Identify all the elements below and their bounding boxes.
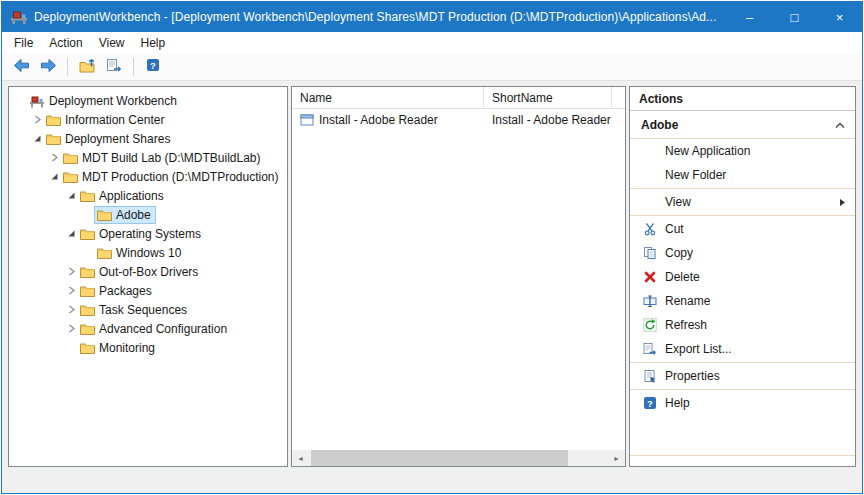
scroll-right-arrow-icon[interactable]: ► bbox=[608, 450, 625, 466]
export-list-icon bbox=[106, 58, 122, 77]
cut-icon bbox=[641, 222, 658, 236]
action-refresh[interactable]: Refresh bbox=[630, 313, 855, 337]
collapse-chevron-icon[interactable] bbox=[47, 172, 61, 181]
tree-node[interactable]: Packages bbox=[78, 283, 156, 299]
action-item-label: View bbox=[665, 195, 691, 209]
horizontal-scrollbar[interactable]: ◄ ► bbox=[292, 450, 625, 466]
tree-node[interactable]: MDT Production (D:\MDTProduction) bbox=[61, 169, 283, 185]
tree-node[interactable]: Applications bbox=[78, 188, 168, 204]
folder-icon bbox=[80, 285, 95, 297]
app-icon bbox=[10, 9, 28, 25]
collapse-chevron-icon[interactable] bbox=[64, 229, 78, 238]
tree-item-label: Operating Systems bbox=[99, 227, 201, 241]
actions-group-header[interactable]: Adobe bbox=[630, 111, 855, 139]
folder-icon bbox=[80, 342, 95, 354]
close-button[interactable]: × bbox=[817, 2, 862, 32]
tree-item-label: Packages bbox=[99, 284, 152, 298]
action-item-label: Rename bbox=[665, 294, 710, 308]
action-new-folder[interactable]: New Folder bbox=[630, 163, 855, 187]
expand-chevron-icon[interactable] bbox=[64, 324, 78, 333]
action-delete[interactable]: Delete bbox=[630, 265, 855, 289]
action-rename[interactable]: Rename bbox=[630, 289, 855, 313]
scroll-left-arrow-icon[interactable]: ◄ bbox=[292, 450, 309, 466]
scrollbar-thumb[interactable] bbox=[311, 450, 568, 466]
up-one-level-button[interactable] bbox=[76, 56, 98, 78]
tree-node[interactable]: Operating Systems bbox=[78, 226, 205, 242]
action-item-label: Export List... bbox=[665, 342, 732, 356]
column-header-name[interactable]: Name bbox=[292, 87, 484, 108]
tree-item-operating-systems[interactable]: Operating Systems bbox=[9, 224, 287, 243]
maximize-button[interactable]: □ bbox=[772, 2, 817, 32]
expand-chevron-icon[interactable] bbox=[64, 267, 78, 276]
tree-item-packages[interactable]: Packages bbox=[9, 281, 287, 300]
menu-action[interactable]: Action bbox=[41, 32, 90, 54]
tree-item-task-sequences[interactable]: Task Sequences bbox=[9, 300, 287, 319]
tree-item-label: Monitoring bbox=[99, 341, 155, 355]
tree-node[interactable]: Out-of-Box Drivers bbox=[78, 264, 202, 280]
menu-file[interactable]: File bbox=[6, 32, 41, 54]
tree-node[interactable]: Adobe bbox=[95, 207, 155, 223]
tree-item-information-center[interactable]: Information Center bbox=[9, 110, 287, 129]
column-header-shortname[interactable]: ShortName bbox=[484, 87, 612, 108]
collapse-chevron-icon[interactable] bbox=[64, 191, 78, 200]
tree-item-out-of-box-drivers[interactable]: Out-of-Box Drivers bbox=[9, 262, 287, 281]
action-help[interactable]: ?Help bbox=[630, 391, 855, 415]
action-view[interactable]: View bbox=[630, 190, 855, 214]
tree-item-label: Applications bbox=[99, 189, 164, 203]
expand-chevron-icon[interactable] bbox=[30, 115, 44, 124]
action-item-label: New Application bbox=[665, 144, 750, 158]
tree-item-deployment-workbench[interactable]: Deployment Workbench bbox=[9, 91, 287, 110]
expand-chevron-icon[interactable] bbox=[64, 286, 78, 295]
folder-icon bbox=[80, 190, 95, 202]
actions-separator bbox=[630, 389, 855, 390]
tree-item-advanced-configuration[interactable]: Advanced Configuration bbox=[9, 319, 287, 338]
tree-node[interactable]: Task Sequences bbox=[78, 302, 191, 318]
tree-node[interactable]: Monitoring bbox=[78, 340, 159, 356]
chevron-up-icon[interactable] bbox=[835, 122, 845, 129]
folder-share-icon bbox=[63, 152, 78, 164]
tree-item-label: Adobe bbox=[116, 208, 151, 222]
tree-item-applications[interactable]: Applications bbox=[9, 186, 287, 205]
tree-item-monitoring[interactable]: Monitoring bbox=[9, 338, 287, 357]
folder-info-icon bbox=[46, 114, 61, 126]
expand-chevron-icon[interactable] bbox=[47, 153, 61, 162]
back-button[interactable] bbox=[10, 56, 32, 78]
forward-button[interactable] bbox=[37, 56, 59, 78]
menu-help[interactable]: Help bbox=[133, 32, 174, 54]
list-cell-text: Install - Adobe Reader bbox=[492, 113, 611, 127]
window-title: DeploymentWorkbench - [Deployment Workbe… bbox=[34, 10, 727, 24]
actions-separator bbox=[630, 215, 855, 216]
delete-icon bbox=[641, 270, 658, 284]
export-list-button[interactable] bbox=[103, 56, 125, 78]
action-properties[interactable]: Properties bbox=[630, 364, 855, 388]
help-button[interactable]: ? bbox=[142, 56, 164, 78]
action-item-label: Copy bbox=[665, 246, 693, 260]
tree-node[interactable]: Deployment Workbench bbox=[27, 93, 181, 109]
action-export-list[interactable]: Export List... bbox=[630, 337, 855, 361]
list-item-install-adobe-reader[interactable]: Install - Adobe ReaderInstall - Adobe Re… bbox=[292, 109, 625, 130]
list-body: Install - Adobe ReaderInstall - Adobe Re… bbox=[292, 109, 625, 130]
scrollbar-track[interactable] bbox=[309, 450, 608, 466]
menu-view[interactable]: View bbox=[91, 32, 133, 54]
folder-icon bbox=[80, 228, 95, 240]
tree-item-mdt-production-d-mdtproduction[interactable]: MDT Production (D:\MDTProduction) bbox=[9, 167, 287, 186]
tree-node[interactable]: Advanced Configuration bbox=[78, 321, 231, 337]
rename-icon bbox=[641, 294, 658, 308]
tree-item-adobe[interactable]: Adobe bbox=[9, 205, 287, 224]
collapse-chevron-icon[interactable] bbox=[30, 134, 44, 143]
action-copy[interactable]: Copy bbox=[630, 241, 855, 265]
action-new-application[interactable]: New Application bbox=[630, 139, 855, 163]
tree-item-mdt-build-lab-d-mdtbuildlab[interactable]: MDT Build Lab (D:\MDTBuildLab) bbox=[9, 148, 287, 167]
action-cut[interactable]: Cut bbox=[630, 217, 855, 241]
tree-node[interactable]: Deployment Shares bbox=[44, 131, 174, 147]
results-pane: NameShortName Install - Adobe ReaderInst… bbox=[291, 86, 626, 467]
submenu-arrow-icon bbox=[839, 198, 846, 207]
minimize-button[interactable]: – bbox=[727, 2, 772, 32]
tree-node[interactable]: MDT Build Lab (D:\MDTBuildLab) bbox=[61, 150, 265, 166]
tree-item-deployment-shares[interactable]: Deployment Shares bbox=[9, 129, 287, 148]
tree-node[interactable]: Information Center bbox=[44, 112, 168, 128]
actions-separator bbox=[630, 362, 855, 363]
tree-node[interactable]: Windows 10 bbox=[95, 245, 185, 261]
expand-chevron-icon[interactable] bbox=[64, 305, 78, 314]
tree-item-windows-10[interactable]: Windows 10 bbox=[9, 243, 287, 262]
